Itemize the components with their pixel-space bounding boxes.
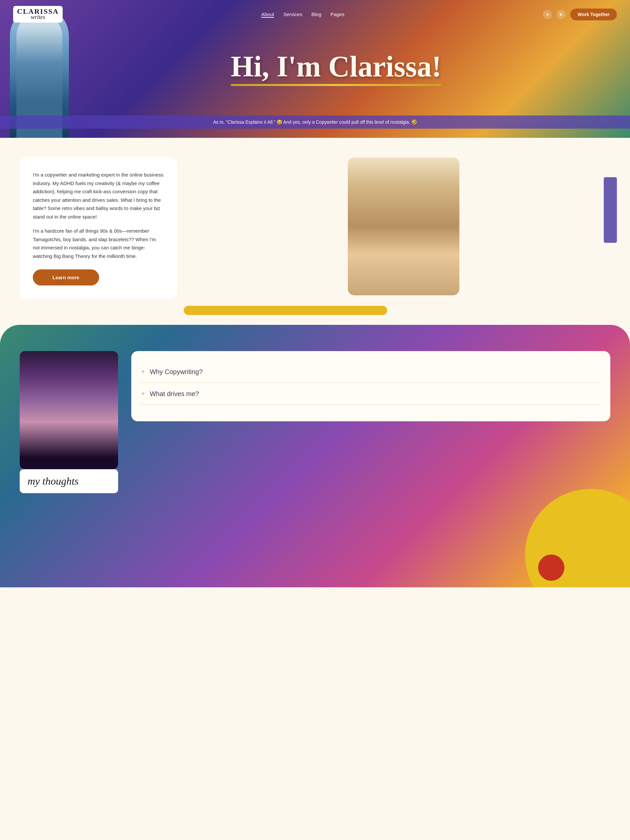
- logo-bottom: writes: [31, 14, 45, 21]
- hero-title: Hi, I'm Clarissa!: [231, 52, 441, 81]
- faq-plus-icon-0: +: [141, 368, 145, 376]
- logo[interactable]: CLARISSA writes: [13, 6, 63, 23]
- faq-plus-icon-1: +: [141, 390, 145, 398]
- nav-item-pages[interactable]: Pages: [330, 11, 344, 17]
- nav-links: About Services Blog Pages: [261, 11, 344, 17]
- nav-link-pages[interactable]: Pages: [330, 11, 344, 17]
- learn-more-button[interactable]: Learn more: [33, 269, 99, 286]
- photo-card-image: [20, 351, 118, 469]
- my-thoughts-label: my thoughts: [28, 475, 79, 487]
- purple-bar-decoration: [604, 177, 617, 243]
- navbar: CLARISSA writes About Services Blog Page…: [0, 0, 630, 28]
- faq-item-0[interactable]: + Why Copywriting?: [141, 361, 600, 383]
- yellow-bar-decoration: [184, 306, 387, 315]
- hero-underline: [231, 84, 441, 86]
- hero-banner: As in, "Clarissa Explains it All." 😅 And…: [0, 115, 630, 129]
- about-section: I'm a copywriter and marketing expert in…: [0, 138, 630, 298]
- photo-card: [20, 351, 118, 469]
- about-text-card: I'm a copywriter and marketing expert in…: [20, 158, 177, 298]
- my-thoughts-card: my thoughts: [20, 469, 118, 493]
- instagram-icon[interactable]: ●: [543, 10, 552, 19]
- about-photo-wrap: [197, 158, 610, 295]
- about-photo: [348, 158, 459, 295]
- hero-banner-text: As in, "Clarissa Explains it All." 😅 And…: [213, 120, 417, 125]
- about-paragraph-1: I'm a copywriter and marketing expert in…: [33, 171, 164, 221]
- nav-right: ● ► Work Together: [543, 8, 617, 21]
- faq-question-1: What drives me?: [150, 390, 199, 398]
- red-circle-decoration: [538, 554, 564, 581]
- about-paragraph-2: I'm a hardcore fan of all things 90s & 0…: [33, 227, 164, 260]
- faq-item-1[interactable]: + What drives me?: [141, 383, 600, 405]
- nav-item-about[interactable]: About: [261, 11, 274, 17]
- nav-link-blog[interactable]: Blog: [311, 11, 321, 17]
- colorful-section: my thoughts + Why Copywriting? + What dr…: [0, 325, 630, 587]
- faq-question-0: Why Copywriting?: [150, 368, 202, 376]
- photo-column: my thoughts: [20, 351, 118, 493]
- nav-item-services[interactable]: Services: [283, 11, 302, 17]
- nav-link-about[interactable]: About: [261, 11, 274, 18]
- work-together-button[interactable]: Work Together: [570, 8, 617, 21]
- nav-item-blog[interactable]: Blog: [311, 11, 321, 17]
- hero-title-wrap: Hi, I'm Clarissa!: [231, 52, 441, 86]
- faq-item-empty: [141, 405, 600, 412]
- faq-card: + Why Copywriting? + What drives me?: [131, 351, 610, 421]
- photo-person: [20, 351, 118, 469]
- about-photo-image: [348, 158, 459, 295]
- youtube-icon[interactable]: ►: [556, 10, 566, 19]
- nav-link-services[interactable]: Services: [283, 11, 302, 17]
